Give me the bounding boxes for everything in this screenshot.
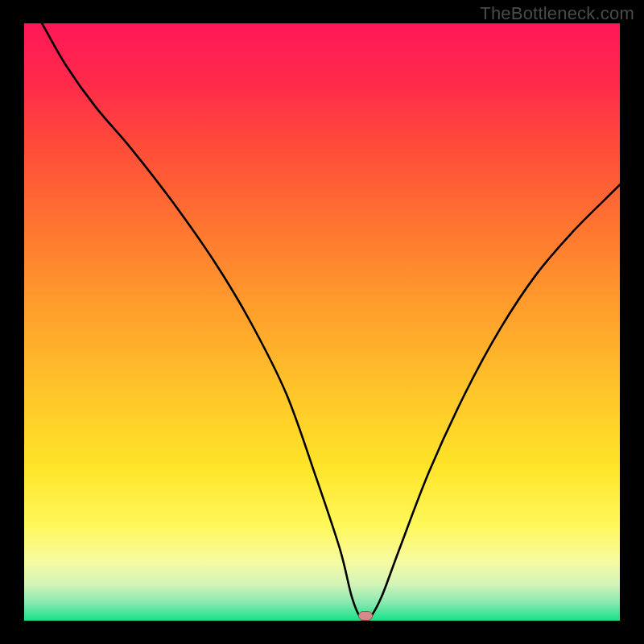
plot-area bbox=[24, 23, 620, 621]
gradient-background bbox=[24, 23, 620, 621]
plot-svg bbox=[24, 23, 620, 621]
minimum-marker bbox=[359, 612, 373, 621]
chart-frame: TheBottleneck.com bbox=[0, 0, 644, 644]
watermark-text: TheBottleneck.com bbox=[480, 3, 634, 24]
